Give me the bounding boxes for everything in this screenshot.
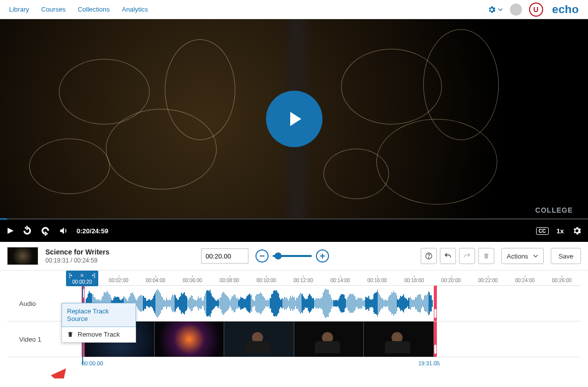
rewind-icon[interactable] [22, 226, 32, 236]
timeline-start-label: 00:00.00 [82, 360, 103, 366]
ruler-tick: 00:16:00 [367, 278, 387, 283]
time-input-wrap [201, 248, 248, 264]
video-thumbnail [364, 321, 434, 357]
zoom-out-button[interactable]: − [255, 249, 269, 263]
project-thumbnail [7, 247, 38, 265]
user-avatar[interactable] [510, 4, 522, 16]
ruler-tick: 00:02:00 [109, 278, 128, 283]
track-video-1-label: Video 1 [19, 336, 41, 343]
player-settings-icon[interactable] [572, 226, 582, 236]
editor-bar: Science for Writers 00:19:31 / 00:24:59 … [0, 242, 588, 271]
timeline-ruler[interactable]: 00:02:0000:04:0000:06:0000:08:0000:10:00… [82, 271, 581, 286]
ruler-tick: 00:26:00 [552, 278, 572, 283]
ruler-tick: 00:18:00 [404, 278, 424, 283]
menu-lines-icon[interactable]: ≡ [81, 273, 84, 278]
save-button[interactable]: Save [551, 248, 581, 264]
settings-gear-icon[interactable] [487, 5, 503, 14]
player-controls: 0:20/24:59 CC 1x [0, 220, 588, 242]
ruler-tick: 00:04:00 [146, 278, 165, 283]
time-input[interactable] [201, 248, 248, 264]
ruler-tick: 00:08:00 [220, 278, 239, 283]
ruler-tick: 00:22:00 [478, 278, 498, 283]
video-thumbnail [294, 321, 364, 357]
undo-button[interactable] [440, 248, 456, 264]
project-subtitle: 00:19:31 / 00:24:59 [45, 257, 109, 264]
menu-remove-track[interactable]: Remove Track [62, 327, 136, 342]
nav-library[interactable]: Library [9, 6, 29, 13]
bracket-right-icon[interactable]: •] [92, 273, 95, 278]
brand-logo: echo [552, 3, 579, 16]
delete-button[interactable] [478, 248, 494, 264]
ruler-tick: 00:14:00 [331, 278, 350, 283]
video-thumbnail [224, 321, 294, 357]
bracket-left-icon[interactable]: [• [69, 273, 72, 278]
timeline: [•≡•] 00:00:20 00:02:0000:04:0000:06:000… [0, 271, 588, 378]
track-audio-label: Audio [19, 300, 36, 307]
video-canvas[interactable]: COLLEGE [0, 19, 588, 218]
zoom-slider[interactable] [273, 255, 312, 257]
track-context-menu: Replace Track Source Remove Track [61, 303, 136, 343]
cc-button[interactable]: CC [536, 227, 548, 235]
annotation-arrow [43, 365, 74, 378]
menu-remove-label: Remove Track [78, 331, 120, 338]
forward-icon[interactable] [40, 226, 50, 236]
ruler-tick: 00:20:00 [441, 278, 461, 283]
progress-bar[interactable] [0, 218, 588, 220]
time-display: 0:20/24:59 [77, 227, 108, 235]
ruler-tick: 00:06:00 [182, 278, 202, 283]
help-button[interactable] [421, 248, 437, 264]
redo-button[interactable] [459, 248, 475, 264]
video-watermark: COLLEGE [535, 206, 573, 214]
ruler-tick: 00:10:00 [256, 278, 276, 283]
zoom-in-button[interactable]: + [316, 249, 329, 263]
video-player: COLLEGE 0:20/24:59 CC 1x [0, 19, 588, 242]
institution-crest-icon[interactable]: U [529, 3, 543, 17]
timeline-end-label: 19:31.05 [418, 360, 440, 366]
volume-icon[interactable] [58, 226, 69, 236]
trash-icon [67, 331, 74, 338]
nav-analytics[interactable]: Analytics [122, 6, 148, 13]
svg-point-1 [428, 257, 429, 258]
nav-collections[interactable]: Collections [78, 6, 110, 13]
playhead[interactable]: [•≡•] 00:00:20 [82, 271, 98, 286]
playhead-time: 00:00:20 [73, 279, 92, 285]
play-button[interactable] [266, 91, 322, 147]
top-nav: Library Courses Collections Analytics U … [0, 0, 588, 19]
zoom-control: − + [255, 249, 329, 263]
play-icon[interactable] [6, 227, 14, 235]
speed-button[interactable]: 1x [557, 227, 564, 235]
actions-dropdown[interactable]: Actions [501, 248, 544, 264]
actions-label: Actions [507, 252, 529, 260]
ruler-tick: 00:12:00 [293, 278, 313, 283]
ruler-tick: 00:24:00 [515, 278, 535, 283]
nav-courses[interactable]: Courses [41, 6, 66, 13]
project-title: Science for Writers [45, 248, 109, 256]
video-thumbnail [155, 321, 225, 357]
menu-replace-track[interactable]: Replace Track Source [61, 303, 136, 327]
